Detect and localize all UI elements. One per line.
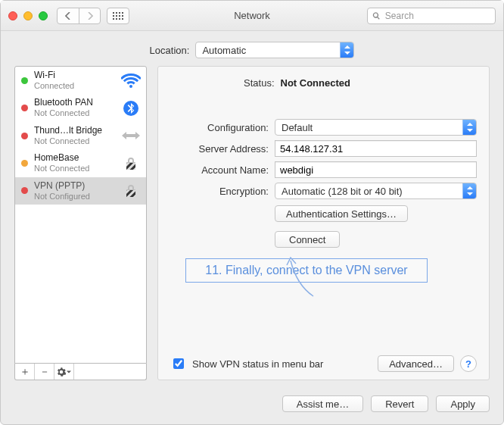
add-service-button[interactable]: ＋ [15, 364, 35, 380]
content: Wi-Fi Connected Bluetooth PAN Not Connec… [1, 66, 503, 386]
search-input[interactable] [384, 10, 490, 22]
sidebar-item-bluetooth-pan[interactable]: Bluetooth PAN Not Connected [15, 94, 146, 121]
traffic-lights [8, 11, 48, 20]
show-all-button[interactable] [107, 8, 129, 24]
service-name: HomeBase [34, 153, 114, 164]
auth-settings-button[interactable]: Authentication Settings… [275, 205, 408, 222]
status-dot-icon [21, 105, 28, 111]
detail-panel: Status: Not Connected Configuration: Def… [157, 66, 490, 380]
chevron-down-icon [67, 370, 71, 374]
sidebar-item-wifi[interactable]: Wi-Fi Connected [15, 67, 146, 94]
popup-arrows-icon [462, 183, 476, 198]
service-name: Thund…lt Bridge [34, 126, 114, 136]
assist-me-button[interactable]: Assist me… [282, 395, 363, 412]
account-name-label: Account Name: [170, 164, 269, 176]
service-name: VPN (PPTP) [34, 181, 114, 192]
encryption-label: Encryption: [170, 186, 269, 197]
encryption-value: Automatic (128 bit or 40 bit) [282, 186, 403, 197]
svg-rect-3 [126, 190, 135, 197]
status-label: Status: [244, 77, 274, 89]
service-name: Bluetooth PAN [34, 98, 114, 108]
service-actions-button[interactable] [54, 364, 74, 380]
connect-button[interactable]: Connect [275, 231, 340, 248]
close-icon[interactable] [8, 11, 17, 20]
status-dot-icon [21, 187, 28, 194]
configuration-popup[interactable]: Default [275, 119, 477, 136]
popup-arrows-icon [462, 120, 476, 135]
show-vpn-status-checkbox[interactable] [173, 358, 184, 369]
help-button[interactable]: ? [460, 355, 477, 372]
service-status: Not Connected [34, 108, 114, 118]
bluetooth-icon [120, 100, 142, 117]
bottom-bar: Assist me… Revert Apply [1, 386, 503, 424]
apply-button[interactable]: Apply [436, 395, 490, 412]
server-address-field[interactable] [275, 140, 477, 157]
location-row: Location: Automatic [1, 31, 503, 66]
status-dot-icon [21, 77, 28, 84]
thunderbolt-icon [120, 127, 142, 144]
show-vpn-status-label: Show VPN status in menu bar [192, 358, 323, 370]
search-icon [372, 11, 381, 20]
zoom-icon[interactable] [39, 11, 48, 20]
wifi-icon [120, 72, 142, 89]
forward-button[interactable] [79, 8, 100, 23]
grid-icon [113, 12, 123, 20]
annotation-arrow-icon [283, 255, 328, 300]
configuration-label: Configuration: [170, 122, 269, 133]
detail-footer: Show VPN status in menu bar Advanced… ? [170, 348, 477, 372]
vpn-form: Configuration: Default Server Address: A… [170, 119, 477, 248]
service-status: Connected [34, 81, 114, 91]
configuration-value: Default [282, 122, 313, 133]
status-dot-icon [21, 160, 28, 167]
location-value: Automatic [202, 45, 246, 56]
location-label: Location: [150, 45, 190, 56]
server-address-label: Server Address: [170, 143, 269, 155]
sidebar-footer: ＋ － [14, 364, 147, 380]
service-status: Not Connected [34, 164, 114, 173]
remove-service-button[interactable]: － [35, 364, 54, 380]
minimize-icon[interactable] [23, 11, 33, 20]
popup-arrows-icon [340, 42, 353, 58]
lock-icon [120, 155, 142, 172]
sidebar-item-homebase[interactable]: HomeBase Not Connected [15, 149, 146, 177]
lock-icon [120, 183, 142, 199]
titlebar: Network [1, 1, 503, 31]
account-name-field[interactable] [275, 161, 477, 178]
sidebar-item-vpn-pptp[interactable]: VPN (PPTP) Not Configured [15, 177, 146, 205]
service-status: Not Connected [34, 136, 114, 146]
location-popup[interactable]: Automatic [195, 42, 354, 58]
gear-icon [57, 367, 66, 377]
search-field[interactable] [367, 8, 496, 24]
service-status: Not Configured [34, 192, 114, 202]
nav-back-forward [57, 8, 101, 24]
svg-rect-0 [126, 163, 135, 170]
revert-button[interactable]: Revert [371, 395, 428, 412]
back-button[interactable] [58, 8, 79, 23]
service-name: Wi-Fi [34, 70, 114, 81]
service-list: Wi-Fi Connected Bluetooth PAN Not Connec… [14, 66, 147, 364]
encryption-popup[interactable]: Automatic (128 bit or 40 bit) [275, 183, 477, 199]
status-row: Status: Not Connected [170, 77, 477, 89]
status-dot-icon [21, 133, 28, 139]
advanced-button[interactable]: Advanced… [378, 355, 454, 372]
network-prefs-window: Network Location: Automatic Wi-Fi Connec… [0, 0, 504, 425]
status-value: Not Connected [281, 77, 350, 89]
sidebar-item-thunderbolt-bridge[interactable]: Thund…lt Bridge Not Connected [15, 122, 146, 149]
sidebar-wrap: Wi-Fi Connected Bluetooth PAN Not Connec… [14, 66, 147, 380]
